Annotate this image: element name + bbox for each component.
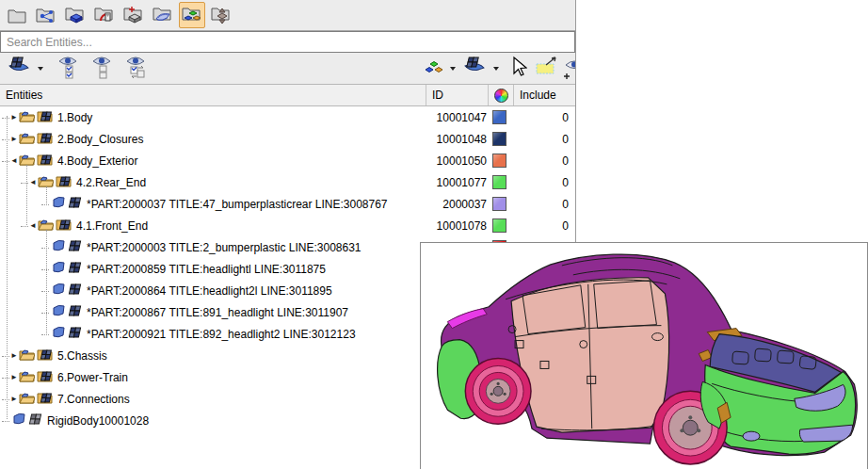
eye-checked-icon[interactable] (56, 55, 79, 82)
expander-arrow[interactable]: ► (10, 114, 19, 121)
column-header-include[interactable]: Include (513, 85, 575, 105)
include-value: 0 (512, 198, 575, 211)
rear-wheel (465, 358, 531, 424)
application-screen: Entities ID Include ► (0, 0, 868, 469)
tree-stub (2, 138, 9, 140)
include-value: 0 (512, 111, 575, 124)
entity-id: 2000037 (426, 198, 487, 211)
entity-label: 4.1.Front_End (76, 219, 426, 233)
tree-row[interactable]: ► 2.Body_Closures 10001048 (0, 128, 575, 150)
tree-stub (41, 312, 49, 314)
highlight-icon[interactable] (535, 56, 559, 81)
chevron-down-icon[interactable] (493, 67, 499, 71)
entity-label: 6.Power-Train (57, 371, 426, 384)
entity-icons (52, 283, 82, 299)
entity-label: 7.Connections (57, 393, 426, 406)
folder-history-icon[interactable] (91, 2, 118, 28)
color-wheel-icon (494, 89, 508, 103)
folder-solid-icon[interactable] (62, 2, 88, 28)
entity-label: 1.Body (57, 111, 426, 124)
entity-label: 4.Body_Exterior (57, 154, 426, 168)
eye-tree-icon[interactable] (90, 55, 113, 82)
expander-arrow[interactable]: ► (10, 396, 19, 403)
folder-plain-icon[interactable] (4, 2, 30, 28)
entity-icons (52, 196, 82, 212)
column-header-entities[interactable]: Entities (0, 85, 426, 105)
entity-icons (19, 109, 53, 125)
search-input[interactable] (0, 31, 575, 53)
color-swatch[interactable] (492, 175, 506, 189)
eye-clipped-icon[interactable] (563, 57, 575, 81)
entity-icons (52, 239, 82, 255)
include-value: 0 (512, 133, 575, 146)
entity-id: 10001078 (426, 219, 487, 233)
folder-network-icon[interactable] (33, 2, 59, 28)
entity-label: *PART:2000859 TITLE:headlightl LINE:3011… (87, 263, 426, 276)
color-swatch[interactable] (492, 197, 506, 211)
tree-stub (2, 420, 9, 422)
include-value: 0 (512, 219, 575, 233)
entity-id: 10001077 (426, 176, 487, 189)
eye-swap-icon[interactable] (124, 55, 149, 82)
graphics-window[interactable] (420, 242, 868, 469)
entity-icons (38, 218, 72, 234)
tree-guide-line (26, 165, 27, 225)
entity-label: *PART:2000037 TITLE:47_bumperplasticrear… (87, 198, 426, 211)
chevron-down-icon[interactable] (450, 67, 456, 71)
entity-label: *PART:2000921 TITLE:892_headlight2 LINE:… (87, 328, 426, 341)
folder-mesh-icon[interactable] (150, 2, 176, 28)
components-colored-icon[interactable] (424, 57, 444, 79)
tree-guide-line (46, 230, 47, 333)
search-bar (0, 31, 575, 53)
tree-guide-line (46, 186, 47, 203)
tree-row[interactable]: ◄ 4.2.Rear_End 10001077 (0, 171, 575, 193)
entity-icons (19, 348, 53, 364)
entity-icons (19, 153, 53, 169)
entity-label: 4.2.Rear_End (76, 176, 426, 189)
color-swatch[interactable] (492, 110, 506, 124)
tree-row[interactable]: ◄ 4.Body_Exterior 10001050 (0, 150, 575, 171)
folder-components-icon[interactable] (179, 2, 205, 28)
column-header-color[interactable] (488, 85, 513, 105)
entity-icons (38, 174, 72, 190)
entity-icons (52, 304, 82, 320)
expander-arrow[interactable]: ► (10, 352, 19, 360)
expander-arrow[interactable]: ◄ (29, 222, 38, 230)
color-swatch[interactable] (492, 132, 506, 146)
expander-arrow[interactable]: ► (10, 374, 19, 381)
tree-stub (41, 333, 49, 335)
tree-row[interactable]: ◄ 4.1.Front_End 10001078 (0, 215, 575, 236)
tree-row[interactable]: *PART:2000037 TITLE:47_bumperplasticrear… (0, 193, 575, 215)
component-view-icon[interactable] (461, 55, 488, 82)
color-swatch[interactable] (492, 218, 506, 233)
expander-arrow[interactable]: ► (10, 136, 19, 143)
entity-icons (19, 391, 53, 407)
tree-stub (2, 117, 9, 119)
tree-stub (41, 290, 49, 292)
color-swatch[interactable] (492, 154, 506, 168)
folder-translate-icon[interactable] (121, 2, 147, 28)
table-header: Entities ID Include (0, 84, 575, 106)
component-view-icon[interactable] (6, 55, 32, 82)
entity-id: 10001047 (426, 111, 487, 124)
tree-stub (2, 355, 9, 357)
include-value: 0 (512, 154, 575, 168)
entity-icons (52, 326, 82, 342)
entity-icons (12, 412, 42, 429)
expander-arrow[interactable]: ◄ (29, 179, 38, 186)
entity-icons (19, 131, 53, 147)
entity-icons (52, 261, 82, 277)
entity-label: *PART:2000867 TITLE:891_headlight LINE:3… (87, 306, 426, 319)
entity-icons (19, 369, 53, 385)
column-header-id[interactable]: ID (426, 85, 488, 105)
chevron-down-icon[interactable] (38, 67, 43, 71)
entity-label: RigidBody10001028 (47, 414, 426, 428)
tree-stub (41, 268, 49, 270)
include-value: 0 (512, 176, 575, 189)
expander-arrow[interactable]: ◄ (10, 157, 19, 165)
cursor-icon[interactable] (510, 56, 527, 81)
tree-stub (2, 398, 9, 400)
tree-stub (41, 247, 49, 249)
folder-export-icon[interactable] (208, 2, 234, 28)
tree-row[interactable]: ► 1.Body 10001047 (0, 106, 575, 128)
